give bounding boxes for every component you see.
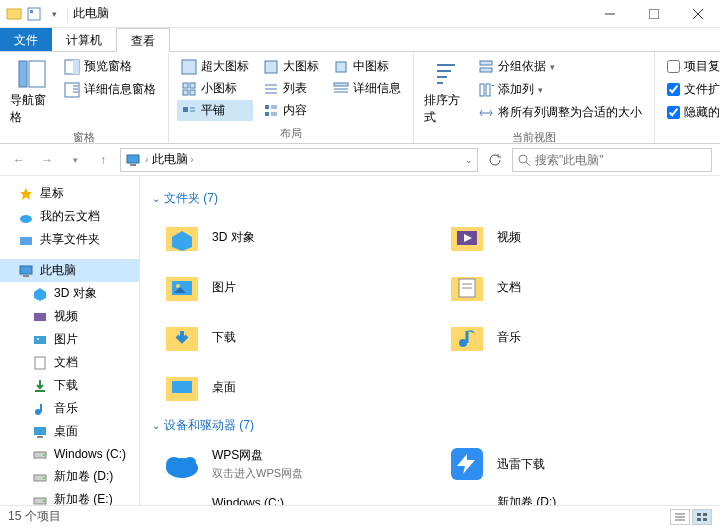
address-dropdown-icon[interactable]: ⌄	[465, 155, 473, 165]
size-columns-button[interactable]: 将所有列调整为合适的大小	[474, 102, 646, 123]
minimize-button[interactable]	[588, 0, 632, 28]
layout-details[interactable]: 详细信息	[329, 78, 405, 99]
group-header-drives[interactable]: ⌄设备和驱动器 (7)	[152, 411, 708, 440]
folder-item[interactable]: 音乐	[443, 313, 708, 361]
view-details-toggle[interactable]	[670, 509, 690, 525]
drive-item[interactable]: WPS网盘双击进入WPS网盘	[158, 440, 423, 488]
svg-rect-61	[20, 266, 32, 274]
sidebar-item[interactable]: 文档	[0, 351, 139, 374]
address-box[interactable]: › 此电脑 › ⌄	[120, 148, 478, 172]
svg-point-76	[43, 477, 45, 479]
search-input[interactable]	[535, 153, 707, 167]
chk-item-checkboxes[interactable]: 项目复选框	[663, 56, 720, 77]
tab-file[interactable]: 文件	[0, 28, 52, 51]
svg-point-109	[184, 457, 196, 467]
layout-m-icons[interactable]: 中图标	[329, 56, 405, 77]
content-area: ⌄文件夹 (7) 3D 对象视频图片文档下载音乐桌面 ⌄设备和驱动器 (7) W…	[140, 176, 720, 505]
svg-point-59	[20, 215, 32, 223]
back-button[interactable]: ←	[8, 149, 30, 171]
address-bar: ← → ▾ ↑ › 此电脑 › ⌄	[0, 144, 720, 176]
window-title: 此电脑	[73, 5, 109, 22]
add-columns-button[interactable]: +添加列▾	[474, 79, 646, 100]
ribbon-tabs: 文件 计算机 查看	[0, 28, 720, 52]
sidebar-item[interactable]: 音乐	[0, 397, 139, 420]
layout-content[interactable]: 内容	[259, 100, 323, 121]
sidebar-item[interactable]: 桌面	[0, 420, 139, 443]
view-icons-toggle[interactable]	[692, 509, 712, 525]
folder-item[interactable]: 桌面	[158, 363, 423, 411]
drive-item[interactable]: Windows (C:)20.6 GB 可用，共 178 GB	[158, 490, 423, 505]
qat-properties-icon[interactable]	[26, 6, 42, 22]
sidebar-item[interactable]: Windows (C:)	[0, 443, 139, 465]
svg-rect-67	[35, 357, 45, 369]
close-button[interactable]	[676, 0, 720, 28]
sidebar-item[interactable]: 3D 对象	[0, 282, 139, 305]
svg-rect-60	[20, 237, 32, 245]
folder-icon	[447, 317, 487, 357]
search-box[interactable]	[512, 148, 712, 172]
group-label-show-hide: 显示/隐藏	[663, 128, 720, 145]
drive-item[interactable]: 新加卷 (D:)47.4 GB 可用，共 50.9 GB	[443, 490, 708, 505]
nav-icon	[32, 378, 48, 394]
explorer-icon	[6, 6, 22, 22]
folder-item[interactable]: 3D 对象	[158, 213, 423, 261]
sidebar-this-pc[interactable]: 此电脑	[0, 259, 139, 282]
breadcrumb-segment[interactable]: 此电脑 ›	[152, 151, 193, 168]
layout-xl-icons[interactable]: 超大图标	[177, 56, 253, 77]
svg-rect-0	[7, 9, 21, 19]
sidebar-item[interactable]: 新加卷 (D:)	[0, 465, 139, 488]
this-pc-icon	[18, 263, 34, 279]
folder-icon	[447, 217, 487, 257]
forward-button[interactable]: →	[36, 149, 58, 171]
svg-rect-106	[172, 381, 192, 393]
nav-icon	[32, 309, 48, 325]
svg-rect-126	[697, 513, 701, 516]
sidebar-item[interactable]: 图片	[0, 328, 139, 351]
details-pane-button[interactable]: 详细信息窗格	[60, 79, 160, 100]
preview-pane-button[interactable]: 预览窗格	[60, 56, 160, 77]
group-header-folders[interactable]: ⌄文件夹 (7)	[152, 184, 708, 213]
refresh-button[interactable]	[484, 149, 506, 171]
folder-item[interactable]: 图片	[158, 263, 423, 311]
svg-rect-43	[480, 84, 484, 96]
chk-hidden-items[interactable]: 隐藏的项目	[663, 102, 720, 123]
sidebar-item[interactable]: 新加卷 (E:)	[0, 488, 139, 505]
tab-view[interactable]: 查看	[116, 28, 170, 52]
svg-rect-44	[486, 84, 490, 96]
nav-icon	[32, 355, 48, 371]
sidebar-item[interactable]: 下载	[0, 374, 139, 397]
layout-l-icons[interactable]: 大图标	[259, 56, 323, 77]
nav-pane-button[interactable]: 导航窗格	[8, 56, 56, 128]
folder-item[interactable]: 视频	[443, 213, 708, 261]
folder-icon	[162, 367, 202, 407]
svg-rect-72	[37, 436, 43, 438]
qat-dropdown-icon[interactable]: ▾	[46, 6, 62, 22]
recent-dropdown[interactable]: ▾	[64, 149, 86, 171]
sort-by-button[interactable]: 排序方式	[422, 56, 470, 128]
sidebar-cloud-docs[interactable]: 我的云文档	[0, 205, 139, 228]
maximize-button[interactable]	[632, 0, 676, 28]
tab-computer[interactable]: 计算机	[52, 28, 116, 51]
sidebar-shared[interactable]: 共享文件夹	[0, 228, 139, 251]
group-by-button[interactable]: 分组依据▾	[474, 56, 646, 77]
chk-file-ext[interactable]: 文件扩展名	[663, 79, 720, 100]
svg-rect-55	[130, 164, 136, 166]
nav-icon	[32, 492, 48, 506]
svg-rect-15	[182, 60, 196, 74]
nav-icon	[32, 401, 48, 417]
svg-rect-54	[127, 155, 139, 163]
svg-rect-31	[265, 105, 269, 109]
folder-item[interactable]: 文档	[443, 263, 708, 311]
sidebar-starred[interactable]: 星标	[0, 182, 139, 205]
layout-s-icons[interactable]: 小图标	[177, 78, 253, 99]
layout-list[interactable]: 列表	[259, 78, 323, 99]
svg-rect-65	[34, 336, 46, 344]
layout-tiles[interactable]: 平铺	[177, 100, 253, 121]
up-button[interactable]: ↑	[92, 149, 114, 171]
svg-rect-10	[73, 60, 79, 74]
drive-item[interactable]: 迅雷下载	[443, 440, 708, 488]
svg-rect-20	[183, 90, 188, 95]
svg-line-57	[526, 162, 530, 166]
folder-item[interactable]: 下载	[158, 313, 423, 361]
sidebar-item[interactable]: 视频	[0, 305, 139, 328]
